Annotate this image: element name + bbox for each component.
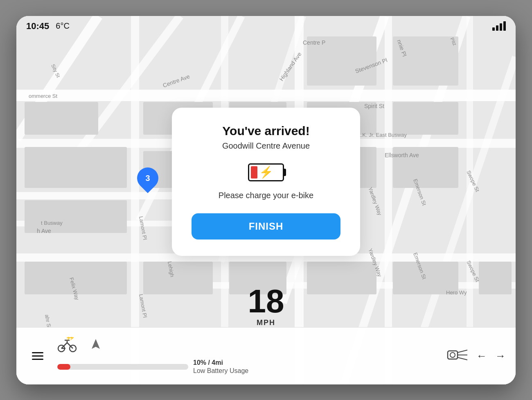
hamburger-line-3 [32, 359, 43, 360]
signal-icon [492, 21, 506, 31]
device-frame: Centre Ave Highland Ave Stevenson Pl Cen… [16, 16, 516, 384]
battery-progress-fill [57, 364, 70, 370]
signal-bar-3 [500, 23, 502, 31]
battery-body: ⚡ [248, 163, 284, 181]
svg-line-75 [458, 357, 467, 360]
battery-icon: ⚡ [246, 162, 286, 183]
battery-bolt-icon: ⚡ [259, 167, 273, 178]
battery-bar-container: 10% / 4mi Low Battery Usage [57, 359, 248, 375]
signal-bar-2 [496, 25, 498, 31]
battery-fill-red [251, 166, 257, 179]
bottom-bar: ⚡ ⚡ 10% / 4mi Low Battery U [16, 327, 516, 384]
arrow-left-button[interactable]: ← [476, 350, 487, 362]
battery-percent-text: 10% / 4mi [193, 359, 248, 366]
svg-line-73 [458, 350, 467, 353]
charge-text: Please charge your e-bike [192, 191, 340, 200]
battery-info: 10% / 4mi Low Battery Usage [193, 359, 248, 375]
ebike-icon[interactable]: ⚡ ⚡ [57, 337, 77, 354]
modal-subtitle: Goodwill Centre Avenue [192, 141, 340, 151]
menu-button[interactable] [26, 344, 49, 367]
status-temperature: 6°C [56, 21, 70, 31]
modal-title: You've arrived! [192, 124, 340, 138]
status-left: 10:45 6°C [26, 21, 70, 32]
hamburger-line-1 [32, 352, 43, 353]
signal-bar-1 [492, 27, 495, 31]
navigation-icon[interactable] [88, 337, 103, 354]
svg-text:⚡: ⚡ [69, 337, 75, 341]
status-bar: 10:45 6°C [16, 16, 516, 36]
headlight-icon[interactable] [447, 348, 468, 364]
hamburger-line-2 [32, 355, 43, 357]
modal-overlay: You've arrived! Goodwill Centre Avenue ⚡… [16, 36, 516, 327]
bottom-right-icons: ← → [447, 348, 506, 364]
bottom-icons-left: ⚡ ⚡ [57, 337, 103, 354]
status-time: 10:45 [26, 21, 49, 32]
arrow-right-button[interactable]: → [495, 350, 506, 362]
finish-button[interactable]: FINISH [192, 213, 340, 240]
battery-usage-text: Low Battery Usage [193, 367, 248, 375]
signal-bar-4 [503, 21, 506, 31]
svg-point-72 [450, 353, 455, 357]
battery-tip [284, 169, 286, 176]
arrival-modal: You've arrived! Goodwill Centre Avenue ⚡… [172, 108, 360, 256]
battery-progress-track [57, 364, 188, 370]
bottom-center: ⚡ ⚡ 10% / 4mi Low Battery U [57, 337, 439, 375]
